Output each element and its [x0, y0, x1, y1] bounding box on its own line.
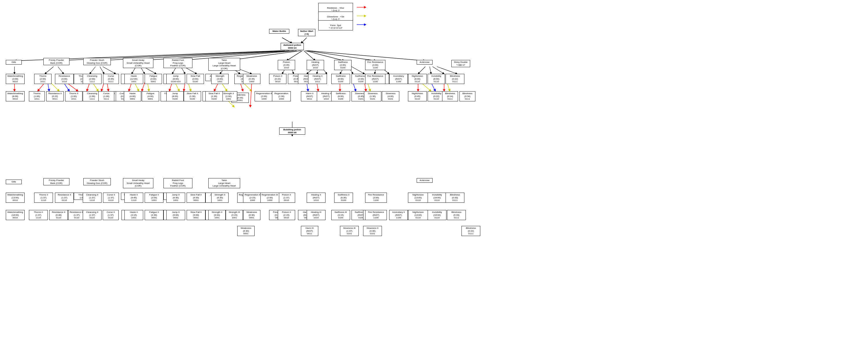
gills-bottom: Gills	[6, 179, 22, 184]
nether-wart: Nether Wart (+4)	[298, 29, 315, 36]
svg-line-11	[286, 51, 302, 61]
invisibility-1800: Invisibility (18:00) 0110	[428, 210, 446, 220]
weakness-045: Weakness (0:45) 1000	[243, 74, 260, 84]
healing-ii-bottom: Healing II (INST) 1010	[307, 193, 326, 203]
thorns-200: Thorns (2:00) 1011	[34, 74, 52, 84]
cleansing-200: Cleansing (2:00) 1111	[83, 74, 101, 84]
curse-100: Curse (1:00) 0111	[98, 91, 114, 101]
svg-line-3	[282, 38, 292, 44]
svg-line-4	[301, 38, 307, 44]
slowness-iii: Slowness III (1:37) 0101	[340, 226, 359, 236]
regen-ii-top: Regeneration II (2:00) 1000	[255, 91, 273, 101]
slow-fall-ii-l2: Slow Fall II (9:00) 0001	[187, 210, 206, 220]
strength-ii-bottom: Strength II (6:30) 1001	[211, 193, 228, 203]
swiftness-800: Swiftness (8:00) 0100	[331, 74, 350, 84]
swiftness-ii-bottom: Swiftness II (6:30) 0100	[334, 193, 353, 203]
prickly-powder-bottom: Prickly Powder Bark (COR)	[43, 178, 69, 185]
swiftness-800-red: Swiftness (8:00) 0100	[331, 91, 350, 101]
legend-ferm-spd: Ferm. Spd *~0+3+4+13*	[318, 20, 353, 30]
nightvision-1300: Nightvision (13:00) 0110	[408, 210, 428, 220]
svg-line-72	[430, 66, 431, 74]
prickly-powder-top: Prickly Powder Bark (COR)	[43, 58, 69, 65]
rabbit-foot-bottom: Rabbit Foot Frog Legs Feather (COR)	[163, 178, 192, 188]
jump-ii-l2: Jump II (9:00) 0001	[166, 210, 185, 220]
fire-res-ii-bottom: Fire Resistance (3:00) 1100	[365, 193, 387, 203]
fatigue-ii-bottom: Fatigue II (3:00) 1001	[145, 193, 163, 203]
slow-fall-ii: Slow Fall II (1:30) 0100	[184, 91, 201, 101]
curse-045: Curse (0:45) 0111	[103, 74, 119, 84]
curse-ii-l2: Curse II (1:37) 0110	[103, 210, 119, 220]
svg-line-12	[304, 51, 315, 61]
waterbreathing-ii-bottom: Waterbreathing (13:00) 0010	[6, 193, 25, 203]
haste-red: Haste (4:00) 0001	[124, 91, 141, 101]
powder-slush-top: Powder Slush Glowing Goo (COR)	[83, 58, 111, 65]
regen-top-yellow: Regeneration (1:30) 1000	[272, 91, 291, 101]
jump-red: Jump (8:00) 0100	[166, 91, 184, 101]
blindness-blue: Blindness (0:14) 0111	[442, 91, 458, 101]
thorns-ii-l2: Thorns II (1:37) 1110	[29, 210, 48, 220]
waterbreathing-1800: Waterbreathing (18:00) 0010	[6, 210, 25, 220]
fire-res-300: Fire Resistance (INST) 1100	[365, 74, 385, 84]
antennae-top: Antennae	[416, 60, 433, 64]
svg-line-15	[308, 51, 425, 61]
poison-ii: Poison II (0:22) 0010	[269, 74, 286, 84]
water-bottle: Water Bottle	[269, 29, 289, 34]
nightvision-800: Nightvision (8:00) 0110	[408, 74, 427, 84]
poison-ii-215: Poison II (2:15) 0010	[278, 210, 295, 220]
slowness-130-red: Slowness (1:30) 0101	[364, 91, 381, 101]
powder-slush-bottom: Powder Slush Glowing Goo (COR)	[83, 178, 111, 185]
weakness-bottom: Weakness (6:30) 0001	[237, 226, 255, 236]
blindness-bottom-l2: Blindness (0:33) 0111	[447, 210, 466, 220]
regen-ii-l2: Regeneration II (2:15) 1000	[243, 193, 262, 203]
awkward-potion: Awkward potion 0000 b4	[281, 43, 304, 50]
resistance-ii-bottom: Resistance II (1:37) 0110	[55, 193, 74, 203]
thorns-ii-red: Thorns II (1:00) 1011	[65, 91, 83, 101]
svg-line-74	[437, 66, 457, 74]
antennae-bottom: Antennae	[416, 178, 433, 183]
haste-ii-bottom: Haste II (9:45) 1110	[124, 193, 143, 203]
waterbreathing-800: Waterbreathing (8:00) 0010	[6, 91, 25, 101]
blindness-022: Blindness (0:22) 0111	[445, 74, 464, 84]
thorns-1011: Thorns (1:00) 1011	[29, 91, 45, 101]
nightvision-red: Nightvision (0:45) 0110	[408, 91, 427, 101]
swiftness-top: Swiftness (2:00) 0100	[334, 60, 351, 70]
svg-line-27	[103, 66, 116, 74]
blindness-022-bottom: Blindness (0:22) 0111	[462, 226, 480, 236]
invisibility: Invisibility (8:00) 0110	[428, 74, 445, 84]
slow-fall-ii-yellow: Slow Fall II (1:30) 0100	[206, 91, 223, 101]
nightvision-ii-bottom: Nightvision (13:00) 0110	[408, 193, 428, 203]
strength-ii-l2: Strength II (9:00) 1001	[208, 210, 226, 220]
svg-line-14	[307, 51, 376, 61]
incendiary: Incendiary (INST) 1100	[389, 74, 408, 84]
strength-300: Strength (3:00) 1001	[211, 74, 228, 84]
gills-top: Gills	[6, 60, 22, 64]
regen-iii: Regeneration III (2:00) 1000	[260, 193, 279, 203]
diagram-container: Redstone - +Dur *-5+6-7* Glowstone - +St…	[0, 0, 868, 360]
rabbit-foot-top: Rabbit Foot Frog Legs Feather (COR)	[163, 58, 192, 68]
healing-ii: Healing II (INST) 1011	[308, 74, 327, 84]
weakness-630: Weakness (6:30) 0001	[243, 210, 260, 220]
harm-ii: Harm II (INST) 0011	[301, 91, 318, 101]
talon-top: Talon Large Heart Large Unhealthy Heart …	[208, 58, 240, 71]
poison-ii-bottom: Poison II (1:37) 0010	[278, 193, 295, 203]
healing-iii: Healing III (INST) 1010	[307, 210, 326, 220]
svg-line-26	[100, 66, 104, 74]
svg-line-64	[351, 66, 365, 74]
small-heaty-bottom: Small Heaty Small Unhealthy Heart (COR)	[123, 178, 153, 188]
shiny-double: Shiny Double *+BB+4*	[452, 60, 470, 67]
curse-ii-bottom: Curse II (1:37) 0110	[103, 193, 119, 203]
svg-line-73	[433, 66, 444, 74]
jump-ii-bottom: Jump II (6:30) 1001	[166, 193, 185, 203]
fatigue-ii-l2: Fatigue II (4:30) 0001	[145, 210, 163, 220]
svg-line-25	[90, 66, 95, 74]
blindness-yellow: Blindness (0:34) 0111	[460, 91, 475, 101]
poison-top: Poison (0:45) 1010	[278, 60, 295, 70]
waterbreathing-300: Waterbreathing (3:00) 0010	[6, 74, 25, 84]
slowness-400: Slowness (4:00) 0101	[382, 91, 399, 101]
incendiary-ii: Incendiary II (INST) 1100	[389, 210, 408, 220]
cleansing-ii-bottom: Cleansing II (1:37) 1110	[83, 193, 101, 203]
resistance-ii-l2: Resistance II (0:48) 0110	[49, 210, 68, 220]
strength-iii: Strength III (3:15) 1001	[226, 210, 243, 220]
cleansing-ii-l2: Cleansing II (1:37) 0110	[83, 210, 101, 220]
harm-iii: Harm III (INST) 0011	[301, 226, 318, 236]
